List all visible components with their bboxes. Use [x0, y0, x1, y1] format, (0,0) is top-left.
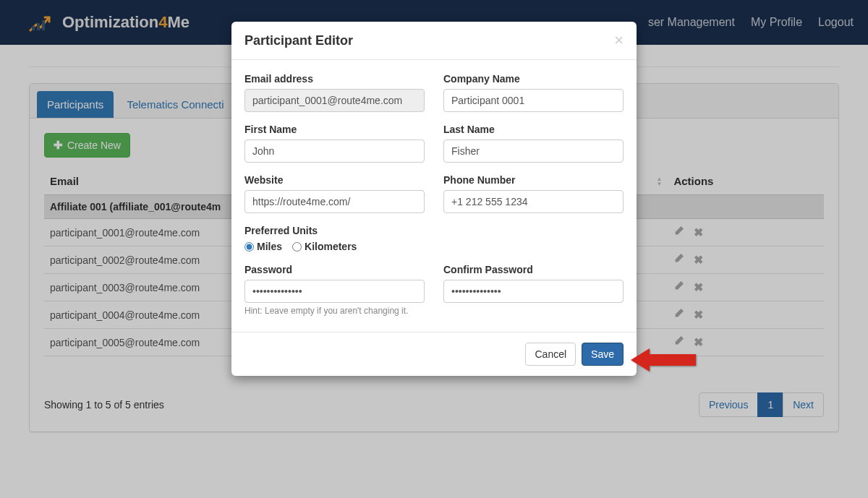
close-icon[interactable]: ×: [614, 33, 624, 48]
label-last-name: Last Name: [443, 124, 624, 135]
password-field[interactable]: [244, 280, 425, 303]
save-button[interactable]: Save: [582, 343, 624, 366]
radio-miles[interactable]: [244, 242, 254, 252]
phone-field[interactable]: [443, 190, 624, 213]
label-phone: Phone Number: [443, 174, 624, 186]
first-name-field[interactable]: [244, 139, 425, 163]
radio-km-label[interactable]: Kilometers: [292, 241, 357, 252]
label-company: Company Name: [443, 73, 624, 85]
company-field[interactable]: [443, 89, 624, 112]
label-website: Website: [244, 174, 425, 186]
email-field[interactable]: [244, 89, 425, 112]
radio-km[interactable]: [292, 242, 302, 252]
cancel-button[interactable]: Cancel: [525, 343, 576, 366]
website-field[interactable]: [244, 190, 425, 213]
radio-miles-label[interactable]: Miles: [244, 241, 282, 252]
label-units: Preferred Units: [244, 225, 425, 236]
confirm-password-field[interactable]: [443, 280, 624, 303]
last-name-field[interactable]: [443, 139, 624, 163]
modal-title: Participant Editor: [244, 33, 353, 48]
label-email: Email address: [244, 73, 425, 85]
label-first-name: First Name: [244, 124, 425, 135]
password-hint: Hint: Leave empty if you aren't changing…: [244, 306, 425, 316]
label-confirm-password: Confirm Password: [443, 264, 624, 275]
participant-editor-modal: Participant Editor × Email address Compa…: [231, 22, 637, 376]
label-password: Password: [244, 264, 425, 275]
